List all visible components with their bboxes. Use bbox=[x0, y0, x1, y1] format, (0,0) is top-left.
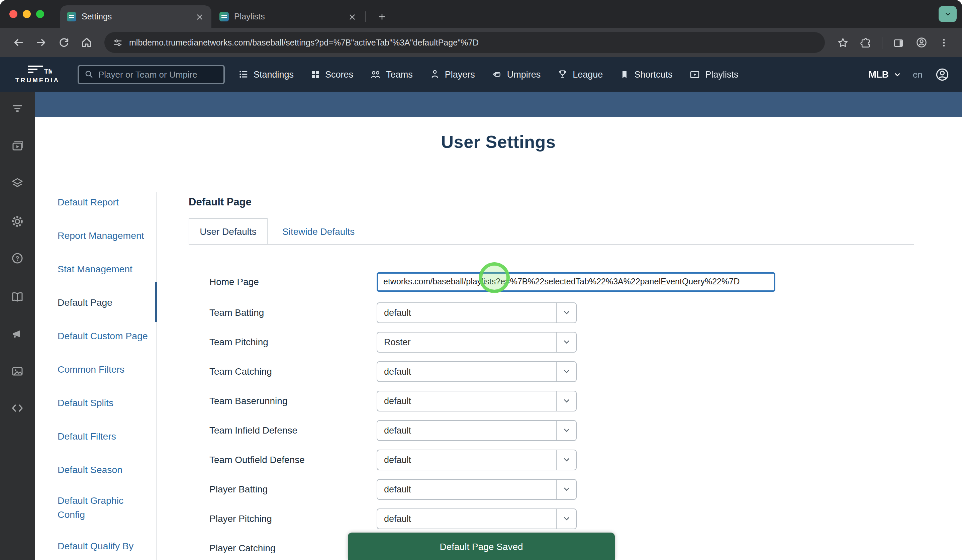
menu-divider bbox=[156, 192, 157, 560]
account-icon[interactable] bbox=[935, 66, 950, 82]
settings-menu: Default Report Report Management Stat Ma… bbox=[58, 192, 158, 560]
nav-item-playlists[interactable]: Playlists bbox=[689, 69, 738, 80]
form-row: Player Pitching default bbox=[210, 508, 577, 529]
browser-tab-playlists[interactable]: Playlists bbox=[213, 5, 364, 28]
chevron-down-icon bbox=[556, 421, 576, 440]
chevron-down-icon bbox=[556, 509, 576, 528]
filter-icon[interactable] bbox=[10, 101, 25, 116]
form-row: Team Outfield Defense default bbox=[210, 449, 577, 470]
league-selector[interactable]: MLB bbox=[868, 69, 901, 80]
menu-item-default-custom-page[interactable]: Default Custom Page bbox=[58, 326, 158, 346]
toolbar-divider bbox=[882, 37, 882, 48]
browser-toolbar: mlbdemo.trumedianetworks.com/baseball/se… bbox=[0, 28, 962, 57]
back-button[interactable] bbox=[8, 32, 28, 53]
main-content: User Settings Default Report Report Mana… bbox=[35, 117, 962, 560]
close-tab-icon[interactable] bbox=[194, 11, 205, 22]
forward-button[interactable] bbox=[31, 32, 51, 53]
window-minimize-button[interactable] bbox=[23, 10, 31, 18]
field-label: Team Baserunning bbox=[210, 395, 377, 406]
scores-grid-icon bbox=[310, 69, 320, 79]
tab-favicon bbox=[67, 12, 76, 21]
menu-item-report-management[interactable]: Report Management bbox=[58, 226, 158, 245]
tabs-divider bbox=[189, 244, 914, 245]
address-bar[interactable]: mlbdemo.trumedianetworks.com/baseball/se… bbox=[104, 32, 825, 53]
close-tab-icon[interactable] bbox=[347, 11, 357, 22]
menu-item-stat-management[interactable]: Stat Management bbox=[58, 259, 158, 279]
chevron-down-icon bbox=[556, 332, 576, 352]
extensions-icon[interactable] bbox=[855, 32, 876, 53]
menu-item-default-qualify-by[interactable]: Default Qualify By bbox=[58, 536, 158, 556]
menu-item-default-filters[interactable]: Default Filters bbox=[58, 426, 158, 446]
nav-item-scores[interactable]: Scores bbox=[310, 69, 353, 79]
league-trophy-icon bbox=[557, 69, 568, 80]
team-outfield-defense-select[interactable]: default bbox=[377, 449, 577, 470]
player-batting-select[interactable]: default bbox=[377, 479, 577, 499]
nav-item-shortcuts[interactable]: Shortcuts bbox=[620, 69, 672, 79]
home-button[interactable] bbox=[76, 32, 96, 53]
window-zoom-button[interactable] bbox=[36, 10, 44, 18]
select-value: default bbox=[377, 391, 556, 410]
layers-icon[interactable] bbox=[10, 176, 25, 191]
nav-item-teams[interactable]: Teams bbox=[370, 69, 413, 80]
tab-title: Settings bbox=[82, 12, 194, 21]
team-pitching-select[interactable]: Roster bbox=[377, 331, 577, 352]
gear-icon[interactable] bbox=[10, 214, 25, 229]
saved-toast: Default Page Saved bbox=[348, 533, 615, 560]
svg-text:TM: TM bbox=[44, 68, 52, 75]
tab-search-button[interactable] bbox=[939, 6, 957, 22]
team-infield-defense-select[interactable]: default bbox=[377, 420, 577, 441]
player-icon bbox=[429, 69, 440, 80]
nav-label: Playlists bbox=[705, 69, 738, 79]
video-library-icon[interactable] bbox=[10, 139, 25, 153]
reload-button[interactable] bbox=[53, 32, 74, 53]
tab-sitewide-defaults[interactable]: Sitewide Defaults bbox=[268, 218, 369, 244]
site-settings-icon bbox=[112, 37, 123, 48]
browser-menu-kebab-icon[interactable] bbox=[934, 32, 954, 53]
menu-item-default-splits[interactable]: Default Splits bbox=[58, 393, 158, 413]
page-header-band bbox=[35, 92, 962, 117]
select-value: default bbox=[377, 509, 556, 528]
home-page-input[interactable] bbox=[377, 272, 775, 291]
side-panel-icon[interactable] bbox=[888, 32, 909, 53]
team-batting-select[interactable]: default bbox=[377, 302, 577, 323]
browser-tab-settings[interactable]: Settings bbox=[60, 5, 211, 28]
tab-user-defaults[interactable]: User Defaults bbox=[189, 218, 268, 244]
menu-item-common-filters[interactable]: Common Filters bbox=[58, 359, 158, 379]
nav-label: Standings bbox=[253, 69, 294, 79]
nav-item-players[interactable]: Players bbox=[429, 69, 475, 80]
code-icon[interactable] bbox=[10, 401, 25, 415]
menu-item-default-page[interactable]: Default Page bbox=[58, 292, 158, 313]
help-icon[interactable]: ? bbox=[10, 251, 25, 266]
chevron-down-icon bbox=[556, 450, 576, 470]
new-tab-button[interactable] bbox=[373, 8, 391, 26]
select-value: default bbox=[377, 361, 556, 381]
menu-item-default-report[interactable]: Default Report bbox=[58, 192, 158, 212]
teams-icon bbox=[370, 69, 381, 80]
bookmark-star-icon[interactable] bbox=[833, 32, 853, 53]
select-value: Roster bbox=[377, 332, 556, 352]
field-label: Team Catching bbox=[210, 366, 377, 377]
svg-text:?: ? bbox=[15, 255, 19, 262]
gallery-icon[interactable] bbox=[10, 364, 25, 379]
select-value: default bbox=[377, 450, 556, 470]
window-close-button[interactable] bbox=[10, 10, 18, 18]
locale-selector[interactable]: en bbox=[913, 69, 923, 79]
select-value: default bbox=[377, 421, 556, 440]
glossary-book-icon[interactable] bbox=[10, 290, 25, 304]
team-baserunning-select[interactable]: default bbox=[377, 391, 577, 411]
trumedia-logo[interactable]: TM TRUMEDIA bbox=[7, 65, 68, 84]
search-input[interactable] bbox=[98, 69, 218, 79]
site-search[interactable] bbox=[77, 65, 225, 84]
nav-item-standings[interactable]: Standings bbox=[238, 69, 294, 80]
team-catching-select[interactable]: default bbox=[377, 361, 577, 382]
browser-profile-avatar[interactable] bbox=[911, 32, 931, 53]
menu-item-default-season[interactable]: Default Season bbox=[58, 460, 158, 480]
megaphone-icon[interactable] bbox=[10, 326, 25, 341]
nav-label: Scores bbox=[325, 69, 353, 79]
chevron-down-icon bbox=[556, 303, 576, 322]
menu-item-default-graphic-config[interactable]: Default Graphic Config bbox=[58, 493, 145, 523]
select-value: default bbox=[377, 479, 556, 499]
player-pitching-select[interactable]: default bbox=[377, 508, 577, 529]
nav-item-league[interactable]: League bbox=[557, 69, 603, 80]
nav-item-umpires[interactable]: Umpires bbox=[492, 69, 541, 80]
